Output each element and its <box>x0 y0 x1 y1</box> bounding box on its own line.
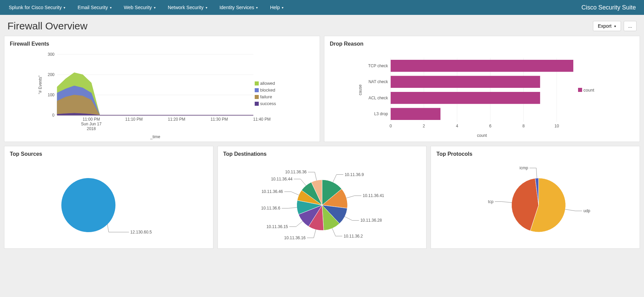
svg-text:10.11.36.9: 10.11.36.9 <box>345 172 364 177</box>
page-actions: Export ▾ ... <box>593 21 637 31</box>
nav-item-identity-services[interactable]: Identity Services ▾ <box>213 0 264 15</box>
svg-text:TCP check: TCP check <box>368 64 388 68</box>
nav-item-label: Network Security <box>168 5 204 10</box>
nav-bar: Splunk for Cisco Security ▾ Email Securi… <box>0 0 644 15</box>
page-head: Firewall Overview Export ▾ ... <box>0 15 644 36</box>
svg-text:10.11.36.36: 10.11.36.36 <box>285 170 307 174</box>
chevron-down-icon: ▾ <box>110 6 112 9</box>
svg-rect-17 <box>255 81 259 85</box>
svg-rect-43 <box>391 108 440 120</box>
svg-text:11:00 PM: 11:00 PM <box>83 117 100 122</box>
panel-firewall-events: Firewall Events 010020030011:00 PMSun Ju… <box>4 36 320 142</box>
svg-text:10.11.36.46: 10.11.36.46 <box>261 189 283 194</box>
more-label: ... <box>628 23 632 29</box>
chevron-down-icon: ▾ <box>206 6 207 9</box>
svg-text:ACL check: ACL check <box>368 96 388 100</box>
svg-text:"# Events": "# Events" <box>38 75 43 94</box>
pie-chart[interactable]: 10.11.36.910.11.36.4110.11.36.2810.11.36… <box>223 161 421 246</box>
svg-text:cause: cause <box>358 84 363 95</box>
pie-chart[interactable]: udptcpicmp <box>436 161 634 246</box>
svg-text:L3 drop: L3 drop <box>374 112 388 116</box>
svg-text:8: 8 <box>522 124 525 128</box>
panel-title: Top Destinations <box>223 151 421 157</box>
nav-item-help[interactable]: Help ▾ <box>264 0 290 15</box>
svg-text:11:30 PM: 11:30 PM <box>210 117 228 122</box>
panel-top-sources: Top Sources 12.130.60.5 <box>4 146 213 249</box>
chevron-down-icon: ▾ <box>256 6 258 9</box>
export-button[interactable]: Export ▾ <box>593 21 621 31</box>
svg-text:Sun Jun 17: Sun Jun 17 <box>81 122 102 126</box>
svg-text:failure: failure <box>260 94 272 99</box>
svg-text:2: 2 <box>423 124 425 128</box>
panel-top-protocols: Top Protocols udptcpicmp <box>431 146 640 249</box>
svg-text:10.11.36.6: 10.11.36.6 <box>261 206 280 211</box>
svg-text:300: 300 <box>48 52 54 57</box>
nav-item-network-security[interactable]: Network Security ▾ <box>162 0 213 15</box>
svg-text:0: 0 <box>390 124 392 128</box>
svg-text:count: count <box>477 133 487 138</box>
nav-item-label: Help <box>270 5 280 10</box>
svg-rect-23 <box>255 102 259 106</box>
svg-text:200: 200 <box>48 72 54 77</box>
dashboard-row-2: Top Sources 12.130.60.5 Top Destinations… <box>0 146 644 253</box>
nav-item-label: Web Security <box>124 5 152 10</box>
more-button[interactable]: ... <box>624 21 637 31</box>
chart-top-protocols[interactable]: udptcpicmp <box>436 161 634 246</box>
svg-rect-41 <box>391 92 540 104</box>
chart-top-destinations[interactable]: 10.11.36.910.11.36.4110.11.36.2810.11.36… <box>223 161 421 246</box>
chevron-down-icon: ▾ <box>282 6 283 9</box>
nav-item-label: Identity Services <box>220 5 254 10</box>
panel-title: Firewall Events <box>10 41 314 47</box>
chevron-down-icon: ▾ <box>614 24 616 28</box>
nav-item-web-security[interactable]: Web Security ▾ <box>118 0 162 15</box>
svg-text:success: success <box>260 101 276 106</box>
page-title: Firewall Overview <box>7 20 88 32</box>
svg-rect-37 <box>391 60 573 72</box>
svg-text:NAT check: NAT check <box>368 79 388 84</box>
svg-text:allowed: allowed <box>260 81 275 86</box>
panel-title: Top Protocols <box>436 151 634 157</box>
nav-items: Splunk for Cisco Security ▾ Email Securi… <box>3 0 290 15</box>
chart-firewall-events[interactable]: 010020030011:00 PMSun Jun 17201811:10 PM… <box>10 51 314 139</box>
svg-rect-39 <box>391 76 540 88</box>
svg-text:100: 100 <box>48 93 54 97</box>
area-chart[interactable]: 010020030011:00 PMSun Jun 17201811:10 PM… <box>10 51 314 139</box>
dashboard-row-1: Firewall Events 010020030011:00 PMSun Ju… <box>0 36 644 146</box>
svg-rect-19 <box>255 88 259 92</box>
bar-chart[interactable]: 0246810TCP checkNAT checkACL checkL3 dro… <box>330 51 634 139</box>
svg-text:10.11.36.2: 10.11.36.2 <box>344 234 363 239</box>
export-label: Export <box>598 23 612 29</box>
svg-text:11:20 PM: 11:20 PM <box>168 117 185 122</box>
nav-item-label: Splunk for Cisco Security <box>9 5 62 10</box>
chart-drop-reason[interactable]: 0246810TCP checkNAT checkACL checkL3 dro… <box>330 51 634 139</box>
panel-title: Top Sources <box>10 151 208 157</box>
svg-rect-47 <box>578 88 582 92</box>
svg-text:10.11.36.16: 10.11.36.16 <box>284 236 306 240</box>
svg-text:10: 10 <box>554 124 559 128</box>
svg-text:10.11.36.28: 10.11.36.28 <box>360 218 382 223</box>
svg-text:0: 0 <box>52 113 54 118</box>
pie-chart[interactable]: 12.130.60.5 <box>10 161 208 246</box>
chevron-down-icon: ▾ <box>64 6 65 9</box>
nav-brand: Cisco Security Suite <box>581 4 641 11</box>
panel-top-destinations: Top Destinations 10.11.36.910.11.36.4110… <box>217 146 427 249</box>
svg-text:count: count <box>583 88 594 93</box>
svg-text:blocked: blocked <box>260 88 275 93</box>
nav-item-splunk-cisco[interactable]: Splunk for Cisco Security ▾ <box>3 0 71 15</box>
nav-item-email-security[interactable]: Email Security ▾ <box>71 0 117 15</box>
svg-text:6: 6 <box>489 124 491 128</box>
svg-text:11:10 PM: 11:10 PM <box>125 117 142 122</box>
svg-text:icmp: icmp <box>520 166 528 170</box>
svg-text:4: 4 <box>456 124 458 128</box>
svg-rect-21 <box>255 95 259 99</box>
svg-text:10.11.36.44: 10.11.36.44 <box>271 177 293 181</box>
panel-title: Drop Reason <box>330 41 634 47</box>
svg-text:12.130.60.5: 12.130.60.5 <box>130 230 152 234</box>
svg-text:11:40 PM: 11:40 PM <box>253 117 271 122</box>
chevron-down-icon: ▾ <box>154 6 156 9</box>
svg-text:tcp: tcp <box>488 199 493 204</box>
chart-top-sources[interactable]: 12.130.60.5 <box>10 161 208 246</box>
svg-text:2018: 2018 <box>87 126 96 131</box>
svg-text:udp: udp <box>583 208 590 213</box>
svg-text:10.11.36.15: 10.11.36.15 <box>267 224 288 229</box>
